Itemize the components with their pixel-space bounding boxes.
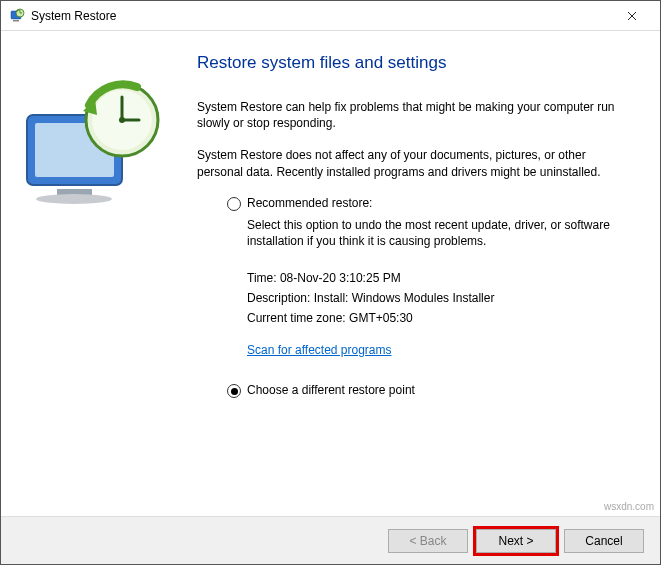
watermark-text: wsxdn.com bbox=[604, 501, 654, 512]
back-button: < Back bbox=[388, 529, 468, 553]
recommended-restore-radio-row[interactable]: Recommended restore: bbox=[227, 196, 634, 211]
different-restore-label: Choose a different restore point bbox=[247, 383, 415, 397]
recommended-restore-desc: Select this option to undo the most rece… bbox=[247, 217, 634, 249]
right-pane: Restore system files and settings System… bbox=[197, 45, 644, 510]
different-restore-option: Choose a different restore point bbox=[227, 383, 634, 398]
scan-affected-programs-link[interactable]: Scan for affected programs bbox=[247, 343, 392, 357]
close-button[interactable] bbox=[612, 2, 652, 30]
restore-timezone-line: Current time zone: GMT+05:30 bbox=[247, 311, 634, 325]
restore-illustration-icon bbox=[17, 75, 177, 215]
svg-rect-1 bbox=[13, 20, 19, 22]
svg-point-7 bbox=[36, 194, 112, 204]
titlebar: System Restore bbox=[1, 1, 660, 31]
time-label: Time: bbox=[247, 271, 277, 285]
restore-time-line: Time: 08-Nov-20 3:10:25 PM bbox=[247, 271, 634, 285]
system-restore-icon bbox=[9, 8, 25, 24]
different-restore-radio-row[interactable]: Choose a different restore point bbox=[227, 383, 634, 398]
cancel-button[interactable]: Cancel bbox=[564, 529, 644, 553]
description-value: Install: Windows Modules Installer bbox=[314, 291, 495, 305]
content-area: Restore system files and settings System… bbox=[1, 31, 660, 516]
description-label: Description: bbox=[247, 291, 310, 305]
window-title: System Restore bbox=[31, 9, 612, 23]
radio-unchecked-icon bbox=[227, 197, 241, 211]
wizard-footer: < Back Next > Cancel bbox=[1, 516, 660, 564]
intro-paragraph-2: System Restore does not affect any of yo… bbox=[197, 147, 634, 179]
next-button[interactable]: Next > bbox=[476, 529, 556, 553]
left-pane bbox=[17, 45, 197, 510]
timezone-value: GMT+05:30 bbox=[349, 311, 413, 325]
timezone-label: Current time zone: bbox=[247, 311, 346, 325]
radio-checked-icon bbox=[227, 384, 241, 398]
recommended-restore-label: Recommended restore: bbox=[247, 196, 372, 210]
recommended-restore-option: Recommended restore: Select this option … bbox=[227, 196, 634, 373]
restore-description-line: Description: Install: Windows Modules In… bbox=[247, 291, 634, 305]
system-restore-window: System Restore bbox=[0, 0, 661, 565]
time-value: 08-Nov-20 3:10:25 PM bbox=[280, 271, 401, 285]
page-heading: Restore system files and settings bbox=[197, 53, 634, 73]
svg-point-12 bbox=[119, 117, 125, 123]
intro-paragraph-1: System Restore can help fix problems tha… bbox=[197, 99, 634, 131]
